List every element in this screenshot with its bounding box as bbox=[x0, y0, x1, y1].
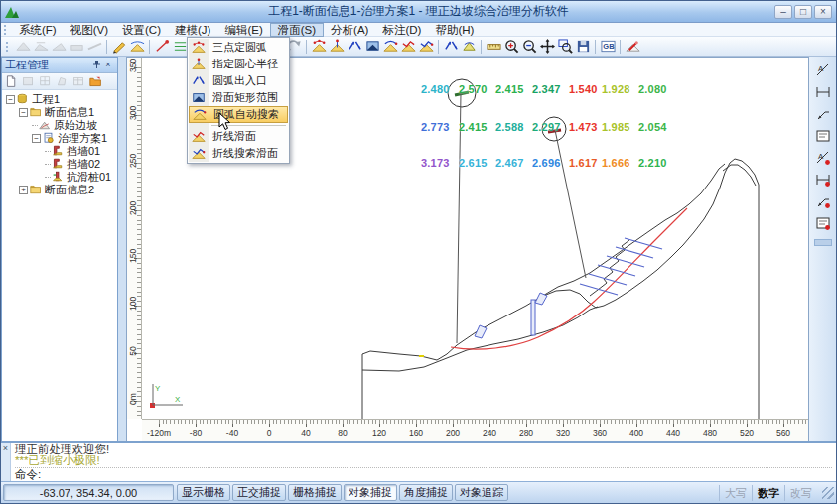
toolbar-water-line-button[interactable] bbox=[128, 38, 146, 56]
annotation-dim-leader-add-button[interactable] bbox=[813, 191, 833, 210]
toolbar-zoom-out-button[interactable] bbox=[520, 38, 538, 56]
annotation-dim-leader-button[interactable] bbox=[813, 104, 833, 123]
toolbar-measure-button[interactable] bbox=[485, 38, 502, 56]
snap-button-2[interactable]: 栅格捕捉 bbox=[288, 484, 342, 501]
tree-expander-icon[interactable]: − bbox=[19, 108, 28, 117]
toolbar-arc-three-points-button[interactable] bbox=[310, 38, 328, 56]
menu-option-5[interactable]: 折线滑面 bbox=[189, 128, 288, 145]
import-icon bbox=[22, 75, 35, 88]
tree-connector bbox=[45, 177, 51, 178]
arc-in-out-icon bbox=[192, 74, 206, 88]
toolbar-arc-auto-search-button[interactable] bbox=[381, 38, 399, 56]
keyboard-indicators: 大写数字改写 bbox=[719, 485, 817, 501]
menu-option-0[interactable]: 三点定圆弧 bbox=[189, 39, 288, 56]
title-bar[interactable]: 工程1-断面信息1-治理方案1 - 理正边坡综合治理分析软件 – □ × bbox=[1, 1, 836, 23]
toolbar-slope-3-button bbox=[50, 38, 68, 56]
pan-icon bbox=[540, 39, 555, 54]
menu-item-0[interactable]: 系统(F) bbox=[12, 23, 64, 37]
menu-item-4[interactable]: 编辑(E) bbox=[217, 23, 269, 37]
toolbar-grip[interactable] bbox=[814, 239, 832, 246]
minimize-button[interactable]: – bbox=[774, 5, 792, 19]
tree-expander-icon[interactable]: − bbox=[6, 95, 15, 104]
menu-option-3[interactable]: 滑面矩形范围 bbox=[189, 89, 288, 106]
toolbar-arc-center-radius-button[interactable] bbox=[328, 38, 346, 56]
menu-option-1[interactable]: 指定圆心半径 bbox=[189, 56, 288, 72]
plan-icon bbox=[43, 132, 56, 145]
safety-factor-value: 1.617 bbox=[569, 157, 598, 169]
toolbar-polyline-slip-button[interactable] bbox=[399, 38, 417, 56]
menu-item-2[interactable]: 设置(C) bbox=[115, 23, 168, 37]
toolbar-pan-button[interactable] bbox=[538, 38, 556, 56]
menu-item-3[interactable]: 建模(J) bbox=[168, 23, 217, 37]
snap-button-1[interactable]: 正交捕捉 bbox=[232, 484, 286, 501]
toolbar-zoom-in-button[interactable] bbox=[502, 38, 520, 56]
panel-splitter[interactable] bbox=[118, 57, 126, 441]
resize-grip[interactable] bbox=[822, 487, 834, 499]
toolbar-zoom-window-button[interactable] bbox=[556, 38, 574, 56]
command-prompt[interactable]: 命令: bbox=[15, 469, 832, 480]
toolbar-red-pen-button[interactable] bbox=[624, 38, 641, 56]
draw-slope-icon bbox=[112, 39, 127, 54]
pin-icon[interactable] bbox=[90, 60, 102, 71]
annotation-dim-horizontal-add-button[interactable] bbox=[813, 170, 833, 189]
menu-option-6[interactable]: 折线搜索滑面 bbox=[189, 145, 288, 162]
toolbar-save-button[interactable] bbox=[574, 38, 592, 56]
snap-button-4[interactable]: 角度捕捉 bbox=[399, 484, 453, 501]
slope-5-icon bbox=[87, 39, 102, 54]
close-button[interactable]: × bbox=[814, 5, 832, 19]
anti-slide-pile bbox=[531, 300, 535, 335]
toolbar-slope-4-button bbox=[68, 38, 85, 56]
snap-button-5[interactable]: 对象追踪 bbox=[455, 484, 508, 501]
toolbar-separator bbox=[620, 40, 621, 54]
command-close-icon[interactable]: × bbox=[1, 443, 10, 453]
toolbar-vector-red-button[interactable] bbox=[153, 38, 171, 56]
panel-grid-button bbox=[38, 74, 53, 89]
vertical-ruler: 350300250200150100500m bbox=[127, 58, 142, 419]
tree-item-label: 断面信息2 bbox=[45, 183, 94, 197]
toolbar-draw-slope-button[interactable] bbox=[110, 38, 128, 56]
toolbar-arc-in-out-button[interactable] bbox=[442, 38, 460, 56]
toolbar-rect-range-button[interactable] bbox=[363, 38, 381, 56]
maximize-button[interactable]: □ bbox=[794, 5, 812, 19]
tree-expander-icon[interactable]: + bbox=[19, 186, 28, 194]
slope-3-icon bbox=[52, 39, 67, 54]
menu-item-6[interactable]: 分析(A) bbox=[324, 23, 375, 37]
tree-item-7[interactable]: +断面信息2 bbox=[2, 184, 117, 196]
ruler-label: 350 bbox=[128, 59, 138, 72]
annotation-dim-horizontal-button[interactable] bbox=[813, 82, 833, 101]
panel-close-icon[interactable]: × bbox=[102, 60, 114, 71]
annotation-dim-text-add-button[interactable] bbox=[813, 213, 833, 232]
toolbar-arc-in-out-button[interactable] bbox=[346, 38, 363, 56]
toolbar-gb-button[interactable]: GB bbox=[599, 38, 617, 56]
slip-circle-2 bbox=[542, 117, 586, 278]
folder-icon bbox=[30, 106, 43, 119]
toolbar-slope-1-button bbox=[14, 38, 32, 56]
toolbar-polyline-search-button[interactable] bbox=[417, 38, 435, 56]
snap-button-0[interactable]: 显示栅格 bbox=[177, 484, 230, 501]
menu-option-2[interactable]: 圆弧出入口 bbox=[189, 72, 288, 89]
terrain-subsurface bbox=[362, 307, 598, 371]
menu-option-4[interactable]: 圆弧自动搜索 bbox=[189, 106, 288, 123]
window-controls: – □ × bbox=[774, 5, 836, 19]
tree-expander-icon[interactable]: − bbox=[32, 134, 41, 143]
annotation-dim-text-button[interactable] bbox=[813, 126, 833, 145]
menu-item-5[interactable]: 滑面(S) bbox=[270, 23, 324, 37]
arc-center-radius-icon bbox=[192, 58, 206, 71]
annotation-dim-slope-add-button[interactable]: A bbox=[813, 148, 833, 167]
svg-text:Y: Y bbox=[155, 384, 161, 393]
menu-item-1[interactable]: 视图(V) bbox=[64, 23, 115, 37]
toolbar-surface-search-button[interactable] bbox=[460, 38, 478, 56]
menu-item-8[interactable]: 帮助(H) bbox=[428, 23, 481, 37]
menu-item-7[interactable]: 标注(D) bbox=[375, 23, 428, 37]
wall-icon bbox=[52, 145, 65, 158]
annotation-dim-slope-button[interactable]: A bbox=[813, 61, 833, 79]
polyline-search-icon bbox=[192, 147, 206, 161]
ruler-label: 120 bbox=[372, 428, 386, 438]
command-output[interactable]: 理正前处理欢迎您! ***已到缩小极限! 命令: bbox=[11, 443, 836, 481]
gb-icon: GB bbox=[601, 39, 616, 54]
safety-factor-value: 1.666 bbox=[602, 157, 630, 169]
snap-button-3[interactable]: 对象捕捉 bbox=[344, 484, 397, 501]
status-bar: -63.07, 354.34, 0.00 显示栅格正交捕捉栅格捕捉对象捕捉角度捕… bbox=[1, 481, 836, 503]
panel-export-button[interactable] bbox=[88, 74, 103, 89]
panel-new-file-button[interactable] bbox=[4, 74, 19, 89]
